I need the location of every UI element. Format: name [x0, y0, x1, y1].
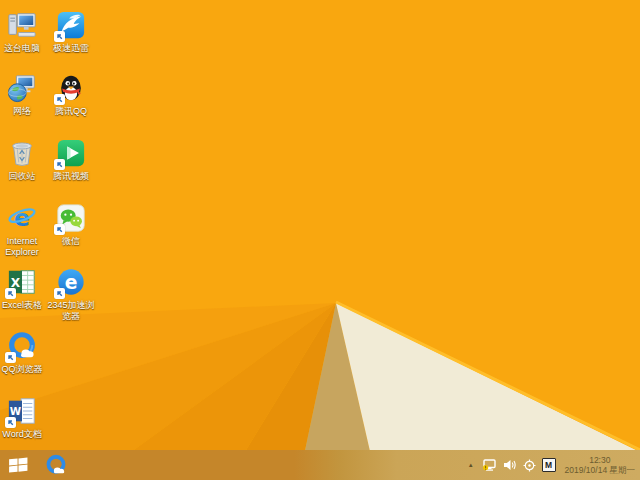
excel-icon: X: [7, 267, 37, 297]
qq-browser-icon: [45, 454, 67, 476]
recycle-bin-icon: [7, 138, 37, 168]
desktop-icon-wechat[interactable]: 微信: [43, 203, 99, 247]
desktop-icon-qq-browser[interactable]: QQ浏览器: [0, 331, 50, 375]
desktop-icon-xunlei-speed[interactable]: 极速迅雷: [43, 10, 99, 54]
shortcut-arrow-icon: [54, 31, 65, 42]
ime-indicator[interactable]: M: [542, 458, 556, 472]
desktop-icon-label: 极速迅雷: [43, 43, 99, 54]
desktop-icon-tencent-video[interactable]: 腾讯视频: [43, 138, 99, 182]
2345-browser-icon: e: [56, 267, 86, 297]
word-icon: W: [7, 396, 37, 426]
shortcut-arrow-icon: [54, 94, 65, 105]
system-tray: ▲: [466, 450, 640, 480]
shortcut-arrow-icon: [54, 159, 65, 170]
qq-browser-icon: [7, 331, 37, 361]
shortcut-arrow-icon: [5, 352, 16, 363]
shortcut-arrow-icon: [5, 288, 16, 299]
volume-icon[interactable]: [503, 459, 517, 471]
network-status-icon[interactable]: [482, 459, 497, 472]
shortcut-arrow-icon: [5, 417, 16, 428]
tencent-video-icon: [56, 138, 86, 168]
taskbar-qq-browser-button[interactable]: [40, 450, 72, 480]
screen: 这台电脑 极速迅雷: [0, 0, 640, 480]
desktop-icon-tencent-qq[interactable]: 腾讯QQ: [43, 73, 99, 117]
xunlei-icon: [56, 10, 86, 40]
desktop-icon-word[interactable]: W Word文档: [0, 396, 50, 440]
clock[interactable]: 12:30 2019/10/14 星期一: [565, 455, 635, 475]
clock-time: 12:30: [565, 455, 635, 465]
desktop-icon-label: 2345加速浏览器: [43, 300, 99, 321]
shortcut-arrow-icon: [54, 288, 65, 299]
svg-text:W: W: [10, 405, 22, 417]
taskbar: ▲: [0, 450, 640, 480]
wechat-icon: [56, 203, 86, 233]
desktop-icon-label: 腾讯QQ: [43, 106, 99, 117]
shortcut-arrow-icon: [54, 224, 65, 235]
internet-explorer-icon: e: [7, 203, 37, 233]
windows-logo-icon: [9, 457, 28, 473]
clock-date: 2019/10/14 星期一: [565, 465, 635, 475]
svg-text:e: e: [65, 272, 78, 293]
desktop-icon-label: QQ浏览器: [0, 364, 50, 375]
desktop-icon-label: 微信: [43, 236, 99, 247]
show-hidden-icons-button[interactable]: ▲: [466, 460, 476, 470]
desktop-icon-2345-browser[interactable]: e 2345加速浏览器: [43, 267, 99, 321]
network-icon: [7, 73, 37, 103]
start-button[interactable]: [2, 450, 34, 480]
tray-app-target-icon[interactable]: [523, 459, 536, 472]
desktop-icon-label: 腾讯视频: [43, 171, 99, 182]
desktop-icon-label: Word文档: [0, 429, 50, 440]
this-pc-icon: [7, 10, 37, 40]
qq-penguin-icon: [56, 73, 86, 103]
